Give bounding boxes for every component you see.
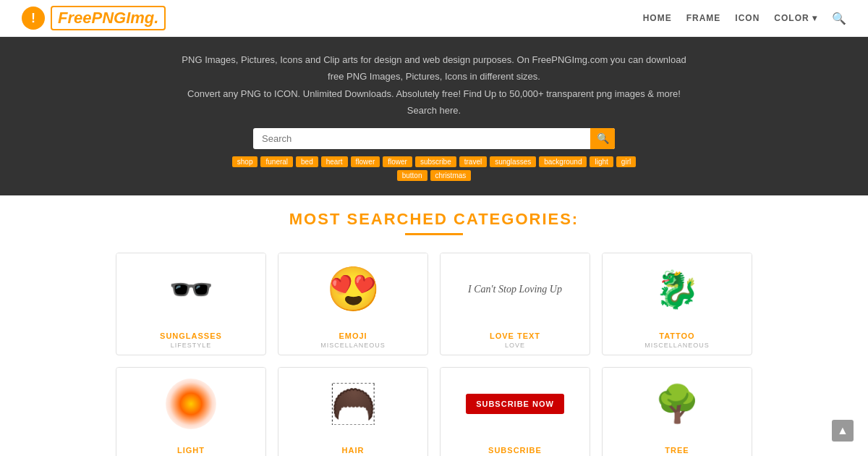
- cat-image-lovetext: I Can't Stop Loving Up: [441, 253, 590, 326]
- cat-label: TREE: [603, 440, 752, 456]
- cat-label: SUNGLASSES: [116, 326, 265, 342]
- cat-image-sunglasses: 🕶️: [116, 253, 265, 326]
- category-grid: 🕶️ SUNGLASSES LIFESTYLE 😍 EMOJI MISCELLA…: [116, 253, 752, 456]
- logo-icon: !: [22, 7, 45, 30]
- header: ! FreePNGImg. HOME FRAME ICON COLOR ▾ 🔍: [0, 0, 868, 37]
- scroll-to-top-button[interactable]: ▲: [832, 420, 854, 442]
- nav-home[interactable]: HOME: [643, 13, 672, 23]
- tag-item[interactable]: shop: [232, 156, 258, 167]
- category-card[interactable]: 🌳 TREE NATURE: [602, 367, 752, 456]
- search-bar: 🔍: [253, 128, 615, 149]
- hero-desc1: PNG Images, Pictures, Icons and Clip art…: [29, 51, 839, 119]
- hero-banner: PNG Images, Pictures, Icons and Clip art…: [0, 37, 868, 195]
- tag-item[interactable]: flower: [351, 156, 380, 167]
- category-card[interactable]: 😍 EMOJI MISCELLANEOUS: [278, 253, 428, 355]
- cat-label: HAIR: [278, 440, 427, 456]
- title-underline: [405, 233, 463, 235]
- tag-item[interactable]: christmas: [430, 170, 472, 181]
- cat-image-tattoo: 🐉: [603, 253, 752, 326]
- search-button[interactable]: 🔍: [590, 128, 615, 149]
- tag-item[interactable]: sunglasses: [490, 156, 536, 167]
- cat-image-light: [116, 368, 265, 440]
- section-heading: MOST SEARCHED CATEGORIES:: [116, 210, 752, 229]
- cat-sublabel: MISCELLANEOUS: [278, 342, 427, 355]
- search-input[interactable]: [253, 128, 615, 149]
- tag-bar: shopfuneralbedheartflowerflowersubscribe…: [217, 156, 651, 181]
- category-card[interactable]: 🐉 TATTOO MISCELLANEOUS: [602, 253, 752, 355]
- tag-item[interactable]: flower: [383, 156, 412, 167]
- nav-frame[interactable]: FRAME: [686, 13, 721, 23]
- cat-image-tree: 🌳: [603, 368, 752, 440]
- cat-label: EMOJI: [278, 326, 427, 342]
- tag-item[interactable]: bed: [296, 156, 318, 167]
- main-content: MOST SEARCHED CATEGORIES: 🕶️ SUNGLASSES …: [109, 195, 760, 456]
- cat-sublabel: LIFESTYLE: [116, 342, 265, 355]
- cat-sublabel: LOVE: [441, 342, 590, 355]
- tag-item[interactable]: funeral: [260, 156, 293, 167]
- logo-area: ! FreePNGImg.: [22, 6, 166, 30]
- tag-item[interactable]: girl: [616, 156, 636, 167]
- cat-sublabel: MISCELLANEOUS: [603, 342, 752, 355]
- category-card[interactable]: 🕶️ SUNGLASSES LIFESTYLE: [116, 253, 266, 355]
- nav: HOME FRAME ICON COLOR ▾ 🔍: [643, 12, 846, 25]
- tag-item[interactable]: travel: [459, 156, 487, 167]
- tag-item[interactable]: light: [590, 156, 613, 167]
- nav-color[interactable]: COLOR ▾: [774, 13, 817, 23]
- nav-icon[interactable]: ICON: [735, 13, 760, 23]
- search-icon[interactable]: 🔍: [832, 12, 846, 25]
- category-card[interactable]: LIGHT ARTISTIC: [116, 367, 266, 456]
- cat-label: LOVE TEXT: [441, 326, 590, 342]
- tag-item[interactable]: subscribe: [415, 156, 456, 167]
- tag-item[interactable]: heart: [321, 156, 348, 167]
- logo-text[interactable]: FreePNGImg.: [51, 6, 166, 30]
- most-searched-title: MOST SEARCHED CATEGORIES:: [116, 210, 752, 235]
- category-card[interactable]: 🦱 HAIR PEOPLE: [278, 367, 428, 456]
- category-card[interactable]: I Can't Stop Loving Up LOVE TEXT LOVE: [440, 253, 590, 355]
- cat-label: SUBSCRIBE: [441, 440, 590, 456]
- cat-label: LIGHT: [116, 440, 265, 456]
- cat-image-subscribe: SUBSCRIBE NOW: [441, 368, 590, 440]
- cat-image-hair: 🦱: [278, 368, 427, 440]
- tag-item[interactable]: background: [539, 156, 587, 167]
- tag-item[interactable]: button: [397, 170, 427, 181]
- cat-label: TATTOO: [603, 326, 752, 342]
- cat-image-emoji: 😍: [278, 253, 427, 326]
- category-card[interactable]: SUBSCRIBE NOW SUBSCRIBE INTERNET: [440, 367, 590, 456]
